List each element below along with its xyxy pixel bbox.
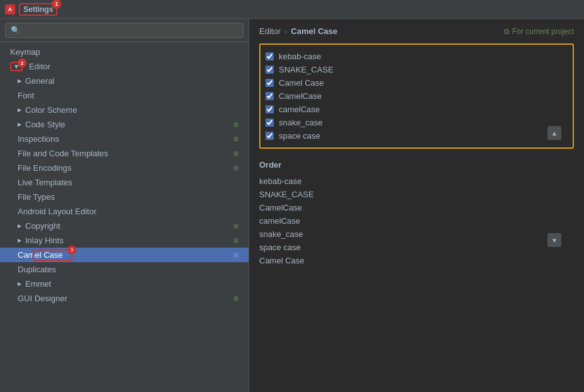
check-label-camel-case-space: Camel Case xyxy=(279,78,324,88)
general-arrow: ▶ xyxy=(18,78,21,84)
check-label-snake-case-upper: SNAKE_CASE xyxy=(279,65,334,74)
code-style-label: Code Style xyxy=(25,120,66,129)
scroll-down-button[interactable]: ▼ xyxy=(547,233,561,247)
code-style-icon: ⊞ xyxy=(233,121,238,128)
check-item-camel-case-space[interactable]: Camel Case xyxy=(266,76,568,89)
checkbox-lower-camel-case[interactable] xyxy=(266,105,274,113)
order-item-6: Camel Case xyxy=(259,254,574,267)
camel-case-icon: ⊞ xyxy=(233,251,238,258)
sidebar-item-editor[interactable]: ▼ 2 Editor xyxy=(0,59,248,74)
checklist-box: kebab-case SNAKE_CASE Camel Case CamelCa… xyxy=(259,43,574,149)
file-types-label: File Types xyxy=(18,192,55,202)
sidebar-item-camel-case[interactable]: Camel Case ⊞ Camel Case 3 xyxy=(0,248,248,262)
file-code-templates-icon: ⊞ xyxy=(233,150,238,157)
sidebar-item-file-encodings[interactable]: File Encodings ⊞ xyxy=(0,161,248,175)
title-badge-num: 1 xyxy=(52,0,61,9)
sidebar-item-gui-designer[interactable]: GUI Designer ⊞ xyxy=(0,291,248,306)
sidebar-item-duplicates[interactable]: Duplicates xyxy=(0,262,248,277)
file-code-templates-label: File and Code Templates xyxy=(18,149,108,158)
general-label: General xyxy=(25,76,54,86)
check-item-snake-case-upper[interactable]: SNAKE_CASE xyxy=(266,63,568,76)
check-label-kebab-case: kebab-case xyxy=(279,52,321,61)
breadcrumb-parent: Editor xyxy=(259,26,281,36)
order-item-0: kebab-case xyxy=(259,175,574,188)
main-layout: Keymap ▼ 2 Editor ▶ General Font ▶ xyxy=(0,19,584,392)
checkbox-kebab-case[interactable] xyxy=(266,52,274,61)
color-scheme-arrow: ▶ xyxy=(18,107,21,113)
order-item-1: SNAKE_CASE xyxy=(259,188,574,201)
sidebar-item-inspections[interactable]: Inspections ⊞ xyxy=(0,132,248,146)
inlay-hints-arrow: ▶ xyxy=(18,238,21,243)
app-icon: A xyxy=(5,4,15,14)
check-item-snake-case[interactable]: snake_case xyxy=(266,116,568,129)
font-label: Font xyxy=(18,91,34,100)
gui-designer-label: GUI Designer xyxy=(18,294,67,303)
sidebar-item-inlay-hints[interactable]: ▶ Inlay Hints ⊞ xyxy=(0,233,248,248)
sidebar-item-keymap[interactable]: Keymap xyxy=(0,45,248,59)
sidebar-content: Keymap ▼ 2 Editor ▶ General Font ▶ xyxy=(0,42,248,392)
check-label-space-case: space case xyxy=(279,131,320,141)
search-bar[interactable] xyxy=(0,19,248,42)
copyright-icon: ⊞ xyxy=(233,222,238,229)
gui-designer-icon: ⊞ xyxy=(233,295,238,302)
checkbox-camel-case-no-space[interactable] xyxy=(266,92,274,100)
sidebar: Keymap ▼ 2 Editor ▶ General Font ▶ xyxy=(0,19,249,392)
checkbox-snake-case-upper[interactable] xyxy=(266,66,274,74)
breadcrumb-current: Camel Case xyxy=(291,26,337,36)
editor-label: Editor xyxy=(29,62,50,71)
search-input[interactable] xyxy=(5,23,243,38)
code-style-arrow: ▶ xyxy=(18,122,21,127)
for-current-project-button[interactable]: ⧉ For current project xyxy=(504,27,574,36)
inspections-label: Inspections xyxy=(18,134,59,144)
sidebar-item-android-layout-editor[interactable]: Android Layout Editor xyxy=(0,204,248,219)
file-encodings-icon: ⊞ xyxy=(233,164,238,171)
check-label-camel-case-no-space: CamelCase xyxy=(279,91,322,101)
order-item-3: camelCase xyxy=(259,214,574,228)
copyright-label: Copyright xyxy=(25,221,61,231)
check-item-camel-case-no-space[interactable]: CamelCase xyxy=(266,89,568,103)
order-item-5: space case xyxy=(259,241,574,254)
inspections-icon: ⊞ xyxy=(233,135,238,142)
keymap-label: Keymap xyxy=(10,47,40,57)
copy-icon: ⧉ xyxy=(504,27,510,36)
content-panel: Editor › Camel Case ⧉ For current projec… xyxy=(249,19,584,392)
sidebar-item-color-scheme[interactable]: ▶ Color Scheme xyxy=(0,103,248,117)
android-layout-editor-label: Android Layout Editor xyxy=(18,207,96,216)
sidebar-item-general[interactable]: ▶ General xyxy=(0,74,248,88)
breadcrumb: Editor › Camel Case ⧉ For current projec… xyxy=(259,26,574,36)
sidebar-item-font[interactable]: Font xyxy=(0,88,248,103)
sidebar-item-file-code-templates[interactable]: File and Code Templates ⊞ xyxy=(0,146,248,161)
sidebar-item-code-style[interactable]: ▶ Code Style ⊞ xyxy=(0,117,248,132)
check-label-snake-case: snake_case xyxy=(279,118,322,127)
sidebar-item-file-types[interactable]: File Types xyxy=(0,190,248,204)
settings-title: Settings 1 xyxy=(19,3,57,16)
order-item-4: snake_case xyxy=(259,228,574,241)
checkbox-snake-case[interactable] xyxy=(266,118,274,127)
breadcrumb-separator: › xyxy=(284,26,287,36)
check-label-lower-camel-case: camelCase xyxy=(279,105,320,114)
file-encodings-label: File Encodings xyxy=(18,163,71,173)
checkbox-camel-case-space[interactable] xyxy=(266,79,274,87)
color-scheme-label: Color Scheme xyxy=(25,105,77,115)
duplicates-label: Duplicates xyxy=(18,265,56,274)
sidebar-item-emmet[interactable]: ▶ Emmet xyxy=(0,277,248,291)
inlay-hints-icon: ⊞ xyxy=(233,237,238,244)
sidebar-item-live-templates[interactable]: Live Templates xyxy=(0,175,248,190)
order-section: Order kebab-case SNAKE_CASE CamelCase ca… xyxy=(259,160,574,267)
check-item-space-case[interactable]: space case xyxy=(266,129,568,142)
checkbox-space-case[interactable] xyxy=(266,132,274,140)
inlay-hints-label: Inlay Hints xyxy=(25,236,64,245)
emmet-label: Emmet xyxy=(25,279,51,289)
sidebar-item-copyright[interactable]: ▶ Copyright ⊞ xyxy=(0,219,248,233)
order-title: Order xyxy=(259,160,574,170)
editor-badge-num: 2 xyxy=(18,59,26,67)
order-item-2: CamelCase xyxy=(259,201,574,214)
check-item-lower-camel-case[interactable]: camelCase xyxy=(266,103,568,116)
camel-case-label: Camel Case xyxy=(18,250,63,260)
check-item-kebab-case[interactable]: kebab-case xyxy=(266,50,568,63)
scroll-up-button[interactable]: ▲ xyxy=(547,126,561,140)
title-bar: A Settings 1 xyxy=(0,0,584,19)
copyright-arrow: ▶ xyxy=(18,223,21,229)
live-templates-label: Live Templates xyxy=(18,178,72,187)
emmet-arrow: ▶ xyxy=(18,281,21,287)
